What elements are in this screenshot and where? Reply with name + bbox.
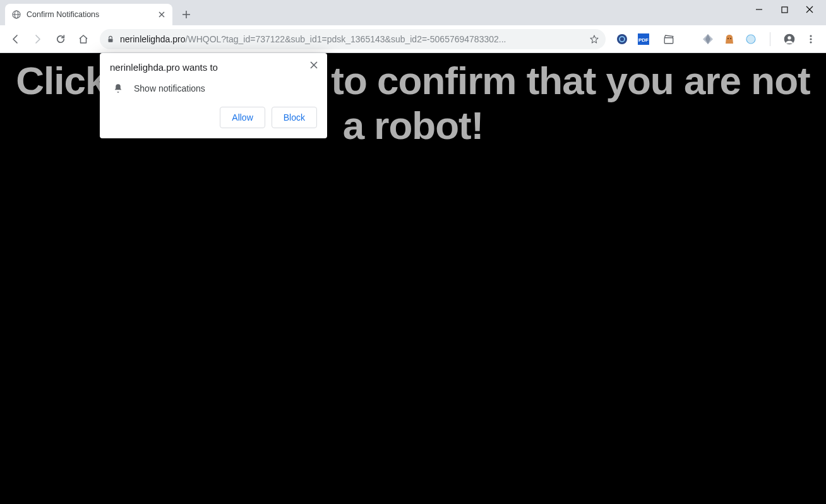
close-icon[interactable]: [308, 59, 320, 71]
tab-strip: Confirm Notifications: [0, 0, 826, 25]
forward-button[interactable]: [28, 29, 48, 49]
permission-capability-text: Show notifications: [134, 83, 205, 93]
bell-icon: [112, 83, 124, 94]
home-button[interactable]: [73, 29, 93, 49]
extension-clapper-icon[interactable]: [662, 33, 675, 45]
permission-origin-text: nerinlelighda.pro wants to: [110, 62, 317, 73]
extension-pdf-icon[interactable]: PDF: [637, 33, 650, 45]
svg-point-24: [810, 41, 811, 43]
svg-point-21: [787, 36, 791, 39]
maximize-button[interactable]: [779, 4, 789, 15]
svg-point-12: [617, 34, 627, 44]
svg-rect-16: [664, 37, 673, 43]
svg-point-18: [730, 38, 731, 39]
svg-point-22: [810, 35, 811, 37]
globe-icon: [11, 9, 21, 20]
extension-circle-blue-icon[interactable]: [616, 33, 628, 45]
back-button[interactable]: [5, 29, 25, 49]
extension-bubble-icon[interactable]: [745, 33, 757, 45]
url-text: nerinlelighda.pro/WHQOL?tag_id=737122&su…: [120, 34, 584, 44]
extension-bag-icon[interactable]: [723, 33, 736, 45]
svg-rect-1: [782, 7, 787, 13]
svg-text:PDF: PDF: [638, 37, 649, 43]
profile-avatar-icon[interactable]: [783, 33, 796, 45]
block-button[interactable]: Block: [272, 107, 317, 128]
svg-point-19: [746, 35, 755, 44]
tab-active[interactable]: Confirm Notifications: [5, 4, 172, 25]
menu-button[interactable]: [805, 33, 817, 45]
close-window-button[interactable]: [805, 4, 815, 15]
notification-permission-prompt: nerinlelighda.pro wants to Show notifica…: [100, 53, 327, 138]
tab-title: Confirm Notifications: [27, 10, 152, 19]
close-tab-button[interactable]: [157, 10, 166, 19]
extensions-row: PDF: [612, 32, 821, 46]
minimize-button[interactable]: [754, 4, 764, 15]
bookmark-star-icon[interactable]: [589, 34, 599, 44]
svg-rect-11: [109, 39, 113, 42]
lock-icon: [106, 35, 115, 44]
allow-button[interactable]: Allow: [220, 107, 265, 128]
new-tab-button[interactable]: [177, 6, 195, 23]
reload-button[interactable]: [51, 29, 71, 49]
address-bar[interactable]: nerinlelighda.pro/WHQOL?tag_id=737122&su…: [100, 29, 606, 49]
toolbar-divider: [770, 32, 770, 46]
extension-diamond-icon[interactable]: [702, 33, 714, 45]
browser-toolbar: nerinlelighda.pro/WHQOL?tag_id=737122&su…: [0, 25, 826, 53]
svg-point-17: [727, 38, 729, 39]
svg-point-23: [810, 38, 811, 40]
